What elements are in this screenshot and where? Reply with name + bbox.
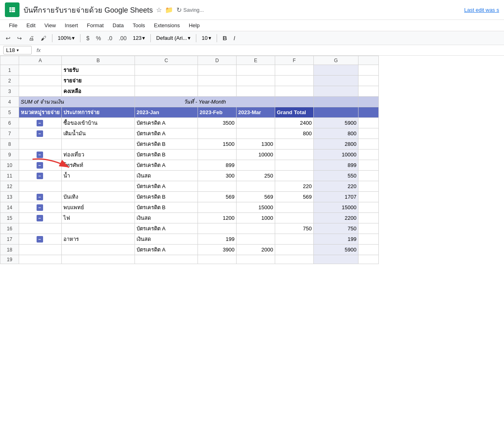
print-button[interactable]: 🖨 xyxy=(26,33,37,43)
expand-collapse-button[interactable]: − xyxy=(37,236,43,243)
cell-A3[interactable] xyxy=(19,86,62,97)
cell-D18[interactable]: 3900 xyxy=(198,245,237,255)
cell-C16[interactable]: บัตรเครดิต A xyxy=(135,223,198,234)
menu-format[interactable]: Format xyxy=(83,21,108,30)
menu-file[interactable]: File xyxy=(5,21,22,30)
cell-C19[interactable] xyxy=(135,255,198,264)
cell-G11[interactable]: 550 xyxy=(314,171,358,181)
cell-G12[interactable]: 220 xyxy=(314,181,358,192)
cell-E1[interactable] xyxy=(237,65,275,76)
font-select[interactable]: Default (Ari... ▾ xyxy=(154,33,193,43)
cell-E16[interactable] xyxy=(237,223,275,234)
cell-H5[interactable] xyxy=(358,107,379,118)
formula-input[interactable] xyxy=(46,47,501,53)
cell-F7[interactable]: 800 xyxy=(275,128,314,139)
cell-F10[interactable] xyxy=(275,160,314,171)
cell-A19[interactable] xyxy=(19,255,62,264)
row-header[interactable]: 19 xyxy=(0,255,19,264)
row-header[interactable]: 15 xyxy=(0,213,19,223)
cell-B18[interactable] xyxy=(62,245,135,255)
cell-E7[interactable] xyxy=(237,128,275,139)
zoom-select[interactable]: 100% ▾ xyxy=(56,33,77,43)
cell-F19[interactable] xyxy=(275,255,314,264)
cell-reference-box[interactable]: L18 ▾ xyxy=(3,46,32,54)
cell-F13[interactable]: 569 xyxy=(275,192,314,202)
cell-F16[interactable]: 750 xyxy=(275,223,314,234)
cell-G10[interactable]: 899 xyxy=(314,160,358,171)
menu-help[interactable]: Help xyxy=(185,21,204,30)
cell-D6[interactable]: 3500 xyxy=(198,118,237,128)
cell-C17[interactable]: เงินสด xyxy=(135,234,198,245)
cell-C15[interactable]: เงินสด xyxy=(135,213,198,223)
italic-button[interactable]: I xyxy=(231,33,238,43)
cell-A18[interactable] xyxy=(19,245,62,255)
row-header[interactable]: 4 xyxy=(0,97,19,107)
menu-view[interactable]: View xyxy=(40,21,60,30)
cell-C8[interactable]: บัตรเครดิต B xyxy=(135,139,198,150)
cell-H11[interactable] xyxy=(358,171,379,181)
cell-C6[interactable]: บัตรเครดิต A xyxy=(135,118,198,128)
cell-G18[interactable]: 5900 xyxy=(314,245,358,255)
cell-H10[interactable] xyxy=(358,160,379,171)
cell-B15[interactable]: ไฟ xyxy=(62,213,135,223)
doc-title-text[interactable]: บันทึกรายรับรายจ่ายด้วย Google Sheets xyxy=(24,4,153,16)
cell-A17[interactable]: − xyxy=(19,234,62,245)
cell-B14[interactable]: พบแพทย์ xyxy=(62,202,135,213)
cell-H6[interactable] xyxy=(358,118,379,128)
cell-D15[interactable]: 1200 xyxy=(198,213,237,223)
cell-D16[interactable] xyxy=(198,223,237,234)
cell-A1[interactable] xyxy=(19,65,62,76)
expand-collapse-button[interactable]: − xyxy=(37,120,43,126)
cell-H13[interactable] xyxy=(358,192,379,202)
col-header-b[interactable]: B xyxy=(62,56,135,65)
cell-C14[interactable]: บัตรเครดิต B xyxy=(135,202,198,213)
cell-B1[interactable]: รายรับ xyxy=(62,65,135,76)
col-header-a[interactable]: A xyxy=(19,56,62,65)
percent-button[interactable]: % xyxy=(93,33,103,43)
row-header[interactable]: 10 xyxy=(0,160,19,171)
cell-C2[interactable] xyxy=(135,76,198,86)
cell-A14[interactable]: − xyxy=(19,202,62,213)
last-edit[interactable]: Last edit was s xyxy=(464,7,499,13)
cell-G15[interactable]: 2200 xyxy=(314,213,358,223)
col-header-d[interactable]: D xyxy=(198,56,237,65)
cell-F11[interactable] xyxy=(275,171,314,181)
cell-F8[interactable] xyxy=(275,139,314,150)
cell-F18[interactable] xyxy=(275,245,314,255)
row-header[interactable]: 16 xyxy=(0,223,19,234)
cell-A4[interactable]: SUM of จำนวนเงิน xyxy=(19,97,135,107)
cell-D2[interactable] xyxy=(198,76,237,86)
expand-collapse-button[interactable]: − xyxy=(37,204,43,211)
spreadsheet-container[interactable]: A B C D E F G 1รายรับ2รายจ่าย3คงเหลือ4SU… xyxy=(0,56,504,433)
cell-H19[interactable] xyxy=(358,255,379,264)
cell-E18[interactable]: 2000 xyxy=(237,245,275,255)
cell-E2[interactable] xyxy=(237,76,275,86)
cell-D5[interactable]: 2023-Feb xyxy=(198,107,237,118)
cell-H15[interactable] xyxy=(358,213,379,223)
cell-D8[interactable]: 1500 xyxy=(198,139,237,150)
cell-H3[interactable] xyxy=(358,86,379,97)
cell-E8[interactable]: 1300 xyxy=(237,139,275,150)
expand-collapse-button[interactable]: − xyxy=(37,194,43,200)
row-header[interactable]: 14 xyxy=(0,202,19,213)
cell-D3[interactable] xyxy=(198,86,237,97)
cell-A2[interactable] xyxy=(19,76,62,86)
cell-H12[interactable] xyxy=(358,181,379,192)
expand-collapse-button[interactable]: − xyxy=(37,173,43,179)
cell-A5[interactable]: หมวดหมู่รายจ่าย xyxy=(19,107,62,118)
cell-E17[interactable] xyxy=(237,234,275,245)
cell-E12[interactable] xyxy=(237,181,275,192)
cell-H14[interactable] xyxy=(358,202,379,213)
cell-B9[interactable]: ท่องเที่ยว xyxy=(62,150,135,160)
cell-C11[interactable]: เงินสด xyxy=(135,171,198,181)
undo-button[interactable]: ↩ xyxy=(3,33,13,43)
cell-H7[interactable] xyxy=(358,128,379,139)
cell-G8[interactable]: 2800 xyxy=(314,139,358,150)
row-header[interactable]: 17 xyxy=(0,234,19,245)
menu-insert[interactable]: Insert xyxy=(61,21,82,30)
row-header[interactable]: 11 xyxy=(0,171,19,181)
cell-H9[interactable] xyxy=(358,150,379,160)
cell-C4[interactable]: วันที่ - Year-Month xyxy=(135,97,275,107)
cell-D13[interactable]: 569 xyxy=(198,192,237,202)
cell-G16[interactable]: 750 xyxy=(314,223,358,234)
